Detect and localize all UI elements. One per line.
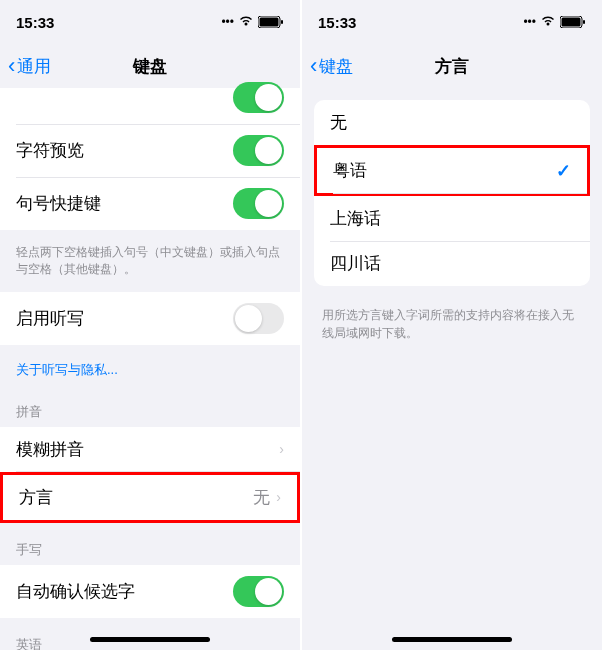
dialect-sichuanese-label: 四川话 (330, 252, 381, 275)
toggle-switch[interactable] (233, 135, 284, 166)
settings-group-pinyin: 模糊拼音 › 方言 无 › (0, 427, 300, 523)
period-shortcut-label: 句号快捷键 (16, 192, 101, 215)
dialect-none-label: 无 (330, 111, 347, 134)
row-char-preview[interactable]: 字符预览 (0, 124, 300, 177)
status-bar: 15:33 ••• (302, 0, 602, 44)
nav-back-button[interactable]: ‹ 键盘 (310, 53, 353, 79)
toggles-footer: 轻点两下空格键插入句号（中文键盘）或插入句点与空格（其他键盘）。 (0, 238, 300, 292)
dialect-options-group: 无 粤语 ✓ 上海话 四川话 (314, 100, 590, 286)
chevron-right-icon: › (276, 489, 281, 505)
dialect-shanghainese-label: 上海话 (330, 207, 381, 230)
dialect-cantonese-label: 粤语 (333, 159, 367, 182)
row-dialect[interactable]: 方言 无 › (0, 472, 300, 523)
dictation-privacy-link[interactable]: 关于听写与隐私... (0, 353, 300, 393)
settings-group-dictation: 启用听写 (0, 292, 300, 345)
char-preview-label: 字符预览 (16, 139, 84, 162)
chevron-left-icon: ‹ (8, 53, 15, 79)
row-dialect-sichuanese[interactable]: 四川话 (314, 241, 590, 286)
phone-left: 15:33 ••• ‹ 通用 键盘 字符预览 (0, 0, 300, 650)
row-fuzzy-pinyin[interactable]: 模糊拼音 › (0, 427, 300, 472)
dialect-label: 方言 (19, 486, 53, 509)
settings-group-toggles: 字符预览 句号快捷键 (0, 78, 300, 230)
chevron-left-icon: ‹ (310, 53, 317, 79)
row-dialect-cantonese[interactable]: 粤语 ✓ (314, 145, 590, 196)
status-icons: ••• (523, 15, 586, 30)
svg-rect-4 (562, 18, 581, 27)
dialect-value: 无 (253, 486, 270, 509)
svg-rect-1 (260, 18, 279, 27)
wifi-icon (540, 15, 556, 30)
dialect-footer: 用所选方言键入字词所需的支持内容将在接入无线局域网时下载。 (302, 298, 602, 350)
dialect-content: 无 粤语 ✓ 上海话 四川话 用所选方言键入字词所需的支持内容将在接入无线局域网… (302, 100, 602, 350)
phone-right: 15:33 ••• ‹ 键盘 方言 无 粤语 ✓ 上 (302, 0, 602, 650)
row-period-shortcut[interactable]: 句号快捷键 (0, 177, 300, 230)
row-dialect-none[interactable]: 无 (314, 100, 590, 145)
chevron-right-icon: › (279, 441, 284, 457)
toggle-switch[interactable] (233, 303, 284, 334)
settings-content: 字符预览 句号快捷键 轻点两下空格键插入句号（中文键盘）或插入句点与空格（其他键… (0, 78, 300, 650)
toggle-switch[interactable] (233, 188, 284, 219)
wifi-icon (238, 15, 254, 30)
cellular-icon: ••• (523, 15, 536, 29)
status-bar: 15:33 ••• (0, 0, 300, 44)
row-enable-dictation[interactable]: 启用听写 (0, 292, 300, 345)
row-dialect-shanghainese[interactable]: 上海话 (314, 196, 590, 241)
svg-rect-5 (583, 20, 585, 24)
home-indicator[interactable] (392, 637, 512, 642)
status-icons: ••• (221, 15, 284, 30)
nav-back-button[interactable]: ‹ 通用 (8, 53, 51, 79)
nav-bar: ‹ 键盘 方言 (302, 44, 602, 88)
row-partial-toggle[interactable] (0, 78, 300, 124)
nav-back-label: 键盘 (319, 55, 353, 78)
toggle-switch[interactable] (233, 576, 284, 607)
row-auto-confirm[interactable]: 自动确认候选字 (0, 565, 300, 618)
nav-title: 方言 (435, 55, 469, 78)
status-time: 15:33 (16, 14, 54, 31)
pinyin-header: 拼音 (0, 393, 300, 427)
enable-dictation-label: 启用听写 (16, 307, 84, 330)
nav-back-label: 通用 (17, 55, 51, 78)
cellular-icon: ••• (221, 15, 234, 29)
home-indicator[interactable] (90, 637, 210, 642)
status-time: 15:33 (318, 14, 356, 31)
checkmark-icon: ✓ (556, 160, 571, 182)
battery-icon (258, 16, 284, 28)
settings-group-handwriting: 自动确认候选字 (0, 565, 300, 618)
handwriting-header: 手写 (0, 531, 300, 565)
toggle-switch[interactable] (233, 82, 284, 113)
svg-rect-2 (281, 20, 283, 24)
battery-icon (560, 16, 586, 28)
fuzzy-pinyin-label: 模糊拼音 (16, 438, 84, 461)
auto-confirm-label: 自动确认候选字 (16, 580, 135, 603)
nav-title: 键盘 (133, 55, 167, 78)
